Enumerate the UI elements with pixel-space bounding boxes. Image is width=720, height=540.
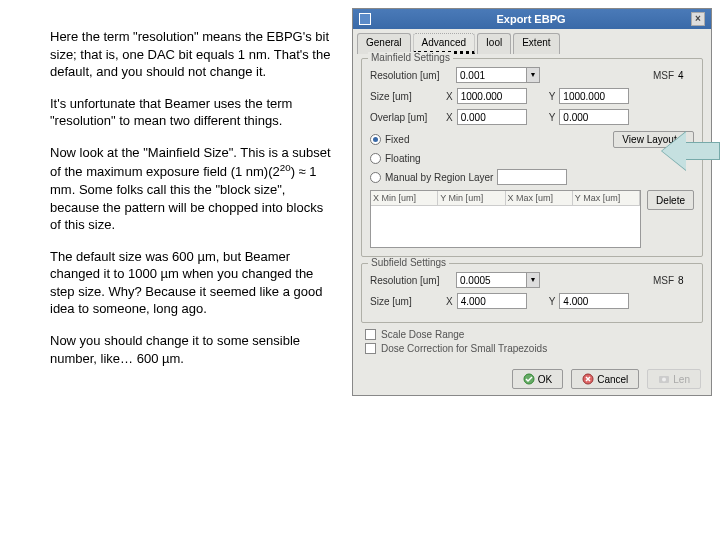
fixed-label: Fixed — [385, 134, 465, 145]
mainfield-title: Mainfield Settings — [368, 52, 453, 63]
size-y-input[interactable] — [559, 88, 629, 104]
sub-size-y-input[interactable] — [559, 293, 629, 309]
sub-resolution-label: Resolution [um] — [370, 275, 452, 286]
msf-value: 4 — [678, 70, 694, 81]
para-2: It's unfortunate that Beamer uses the te… — [50, 95, 335, 130]
explanatory-text: Here the term "resolution" means the EBP… — [50, 28, 335, 381]
export-ebpg-dialog: Export EBPG × General Advanced Iool Exte… — [352, 8, 712, 396]
overlap-x-input[interactable] — [457, 109, 527, 125]
sub-resolution-input[interactable] — [456, 272, 526, 288]
y-label: Y — [549, 91, 556, 102]
para-1: Here the term "resolution" means the EBP… — [50, 28, 335, 81]
ok-button[interactable]: OK — [512, 369, 563, 389]
tab-panel: Mainfield Settings Resolution [um] ▼ MSF… — [353, 54, 711, 363]
svg-point-3 — [662, 378, 666, 382]
mainfield-group: Mainfield Settings Resolution [um] ▼ MSF… — [361, 58, 703, 257]
overlap-y-input[interactable] — [559, 109, 629, 125]
titlebar[interactable]: Export EBPG × — [353, 9, 711, 29]
manual-layer-input[interactable] — [497, 169, 567, 185]
manual-radio[interactable] — [370, 172, 381, 183]
tab-general[interactable]: General — [357, 33, 411, 54]
cancel-icon — [582, 373, 594, 385]
tab-bar: General Advanced Iool Extent — [353, 29, 711, 54]
para-5: Now you should change it to some sensibl… — [50, 332, 335, 367]
col-xmax: X Max [um] — [506, 191, 573, 206]
sub-msf-label: MSF — [653, 275, 674, 286]
tab-iool[interactable]: Iool — [477, 33, 511, 54]
len-button: Len — [647, 369, 701, 389]
y-label: Y — [549, 112, 556, 123]
resolution-label: Resolution [um] — [370, 70, 452, 81]
col-xmin: X Min [um] — [371, 191, 438, 206]
cancel-button[interactable]: Cancel — [571, 369, 639, 389]
scale-dose-label: Scale Dose Range — [381, 329, 464, 340]
dose-correction-checkbox[interactable] — [365, 343, 376, 354]
callout-arrow — [670, 128, 720, 172]
para-3: Now look at the "Mainfield Size". This i… — [50, 144, 335, 234]
ok-icon — [523, 373, 535, 385]
para-4: The default size was 600 µm, but Beamer … — [50, 248, 335, 318]
sub-resolution-combo[interactable]: ▼ — [456, 272, 540, 288]
sub-size-x-input[interactable] — [457, 293, 527, 309]
subfield-title: Subfield Settings — [368, 257, 449, 268]
dose-correction-label: Dose Correction for Small Trapezoids — [381, 343, 547, 354]
app-icon — [359, 13, 371, 25]
dialog-title: Export EBPG — [371, 13, 691, 25]
region-table[interactable]: X Min [um] Y Min [um] X Max [um] Y Max [… — [370, 190, 641, 248]
close-icon[interactable]: × — [691, 12, 705, 26]
fixed-radio[interactable] — [370, 134, 381, 145]
scale-dose-checkbox[interactable] — [365, 329, 376, 340]
sub-size-label: Size [um] — [370, 296, 442, 307]
x-label: X — [446, 296, 453, 307]
floating-radio[interactable] — [370, 153, 381, 164]
dialog-footer: OK Cancel Len — [353, 363, 711, 395]
x-label: X — [446, 91, 453, 102]
resolution-combo[interactable]: ▼ — [456, 67, 540, 83]
size-label: Size [um] — [370, 91, 442, 102]
chevron-down-icon[interactable]: ▼ — [526, 272, 540, 288]
tab-advanced[interactable]: Advanced — [413, 33, 475, 54]
subfield-group: Subfield Settings Resolution [um] ▼ MSF … — [361, 263, 703, 323]
overlap-label: Overlap [um] — [370, 112, 442, 123]
msf-label: MSF — [653, 70, 674, 81]
y-label: Y — [549, 296, 556, 307]
col-ymax: Y Max [um] — [573, 191, 640, 206]
x-label: X — [446, 112, 453, 123]
sub-msf-value: 8 — [678, 275, 694, 286]
camera-icon — [658, 373, 670, 385]
resolution-input[interactable] — [456, 67, 526, 83]
col-ymin: Y Min [um] — [438, 191, 505, 206]
size-x-input[interactable] — [457, 88, 527, 104]
chevron-down-icon[interactable]: ▼ — [526, 67, 540, 83]
floating-label: Floating — [385, 153, 421, 164]
tab-extent[interactable]: Extent — [513, 33, 559, 54]
delete-button[interactable]: Delete — [647, 190, 694, 210]
manual-label: Manual by Region Layer — [385, 172, 493, 183]
